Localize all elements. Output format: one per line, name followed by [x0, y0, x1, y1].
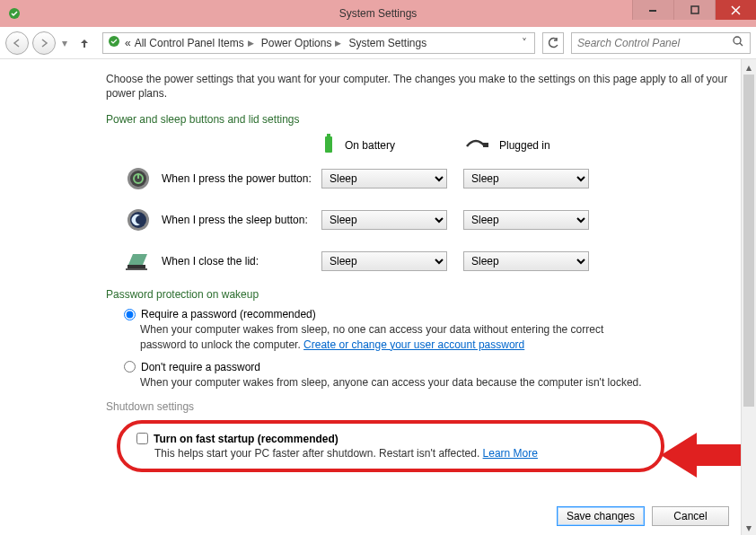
- forward-button[interactable]: [32, 31, 56, 55]
- svg-rect-11: [137, 173, 139, 179]
- battery-icon: [321, 133, 336, 157]
- fast-startup-highlight: Turn on fast startup (recommended) This …: [117, 420, 664, 472]
- no-password-radio-row: Don't require a password: [124, 361, 729, 373]
- lid-plugged-select[interactable]: Sleep: [463, 251, 589, 271]
- breadcrumb-label: System Settings: [348, 37, 426, 49]
- lid-row: When I close the lid: Sleep Sleep: [124, 247, 729, 276]
- require-password-radio-row: Require a password (recommended): [124, 308, 729, 320]
- power-button-label: When I press the power button:: [162, 172, 321, 185]
- intro-text: Choose the power settings that you want …: [106, 72, 729, 101]
- section-heading: Power and sleep buttons and lid settings: [106, 113, 729, 126]
- svg-rect-15: [126, 268, 147, 270]
- app-icon-small: [107, 34, 121, 51]
- svg-point-3: [109, 36, 119, 47]
- fast-startup-desc: This helps start your PC faster after sh…: [136, 447, 645, 460]
- require-password-desc: When your computer wakes from sleep, no …: [140, 322, 643, 351]
- close-button[interactable]: [715, 0, 756, 20]
- minimize-button[interactable]: [632, 0, 673, 20]
- power-button-row: When I press the power button: Sleep Sle…: [124, 164, 729, 193]
- sleep-button-row: When I press the sleep button: Sleep Sle…: [124, 206, 729, 234]
- window-title: System Settings: [339, 7, 418, 20]
- power-battery-select[interactable]: Sleep: [321, 169, 447, 189]
- no-password-desc: When your computer wakes from sleep, any…: [140, 375, 643, 390]
- cancel-button[interactable]: Cancel: [652, 506, 729, 526]
- power-icon: [124, 164, 153, 193]
- svg-rect-14: [127, 265, 145, 268]
- app-icon: [7, 6, 22, 21]
- sleep-button-label: When I press the sleep button:: [162, 214, 321, 226]
- col-plugged-label: Plugged in: [499, 139, 550, 152]
- power-plugged-select[interactable]: Sleep: [463, 169, 589, 189]
- no-password-label: Don't require a password: [141, 361, 260, 373]
- window-controls: [632, 0, 756, 20]
- plug-icon: [465, 137, 490, 153]
- sleep-icon: [124, 206, 153, 234]
- breadcrumb-item[interactable]: All Control Panel Items▶: [135, 37, 258, 49]
- fast-startup-checkbox[interactable]: [136, 433, 148, 444]
- search-box[interactable]: [571, 32, 751, 54]
- sleep-plugged-select[interactable]: Sleep: [463, 210, 589, 230]
- breadcrumb-item[interactable]: System Settings: [348, 37, 426, 49]
- col-battery-label: On battery: [345, 139, 395, 152]
- breadcrumb-item[interactable]: Power Options▶: [261, 37, 346, 49]
- chevron-right-icon: ▶: [335, 39, 341, 48]
- main-content: Choose the power settings that you want …: [0, 59, 756, 535]
- no-password-radio[interactable]: [124, 361, 136, 373]
- breadcrumb-prefix: «: [125, 37, 131, 49]
- nav-toolbar: ▾ « All Control Panel Items▶ Power Optio…: [0, 27, 756, 59]
- maximize-button[interactable]: [673, 0, 715, 20]
- account-password-link[interactable]: Create or change your user account passw…: [303, 338, 524, 351]
- svg-point-4: [734, 37, 741, 44]
- button-row: Save changes Cancel: [557, 506, 729, 526]
- lid-battery-select[interactable]: Sleep: [321, 251, 447, 271]
- search-icon: [732, 35, 744, 50]
- scroll-down-icon[interactable]: ▾: [742, 520, 756, 535]
- address-bar[interactable]: « All Control Panel Items▶ Power Options…: [102, 32, 535, 54]
- svg-rect-7: [483, 143, 488, 147]
- save-button[interactable]: Save changes: [557, 506, 645, 526]
- require-password-radio[interactable]: [124, 309, 136, 320]
- chevron-right-icon: ▶: [248, 39, 254, 48]
- history-dropdown-icon[interactable]: ▾: [59, 37, 70, 49]
- refresh-button[interactable]: [542, 32, 564, 54]
- up-button[interactable]: [74, 32, 95, 54]
- address-dropdown-icon[interactable]: ˅: [518, 37, 531, 49]
- sleep-battery-select[interactable]: Sleep: [321, 210, 447, 230]
- search-input[interactable]: [577, 37, 732, 49]
- section-heading: Password protection on wakeup: [106, 288, 729, 301]
- column-headers: On battery Plugged in: [106, 133, 729, 157]
- scroll-up-icon[interactable]: ▴: [742, 59, 756, 75]
- fast-startup-label: Turn on fast startup (recommended): [154, 433, 338, 445]
- breadcrumb-label: Power Options: [261, 37, 332, 49]
- require-password-label: Require a password (recommended): [141, 308, 316, 320]
- section-heading: Shutdown settings: [106, 400, 729, 413]
- laptop-icon: [124, 247, 153, 276]
- svg-rect-6: [327, 134, 330, 136]
- svg-rect-1: [649, 10, 656, 12]
- lid-label: When I close the lid:: [162, 255, 321, 268]
- back-button[interactable]: [5, 31, 29, 55]
- breadcrumb-label: All Control Panel Items: [135, 37, 244, 49]
- learn-more-link[interactable]: Learn More: [483, 447, 538, 460]
- scrollbar[interactable]: ▴ ▾: [741, 59, 756, 535]
- scroll-thumb[interactable]: [743, 75, 754, 407]
- titlebar: System Settings: [0, 0, 756, 27]
- svg-rect-2: [691, 6, 699, 13]
- svg-rect-5: [325, 136, 332, 153]
